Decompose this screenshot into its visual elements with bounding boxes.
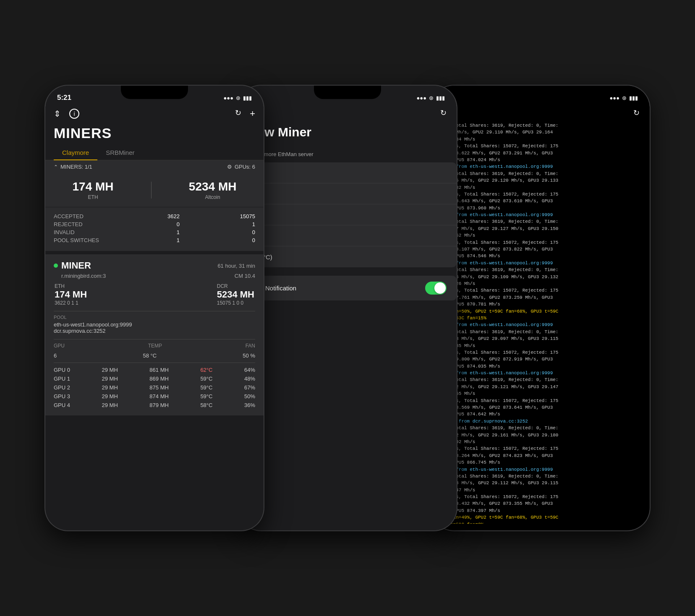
log-line: Mh/s, GPU5 874.397 Mh/s [436, 508, 645, 514]
gpu-1-fan: 48% [244, 376, 255, 382]
miner-meta: r.miningbird.com:3 CM 10.4 [54, 273, 255, 279]
signal-icon-3: ●●● [609, 95, 619, 101]
gpu-row-3: GPU 3 29 MH 874 MH 59°C 50% [54, 392, 255, 401]
gpu-summary-count: 6 [54, 352, 57, 359]
refresh-icon-2[interactable]: ↻ [440, 108, 447, 117]
miner-title-left: MINER [54, 260, 91, 271]
refresh-icon-3[interactable]: ↻ [633, 108, 640, 117]
pool-val-1: eth-us-west1.nanopool.org:9999 [54, 321, 255, 328]
miner-version: CM 10.4 [235, 273, 255, 279]
gpu-4-fan: 36% [244, 402, 255, 408]
log-line: GPU1 868.107 Mh/s, GPU2 873.822 Mh/s, GP… [436, 246, 645, 253]
hashrate-separator [151, 182, 152, 198]
toggle-knob [434, 282, 446, 294]
status-icons-1: ●●● ⊛ ▮▮▮ [223, 95, 252, 101]
gpus-count-label: GPUs: 6 [235, 164, 255, 170]
log-line: 05 28.892 Mh/s [436, 439, 645, 445]
log-line: Mh/s, GPU5 873.960 Mh/s [436, 205, 645, 211]
allow-notification-toggle[interactable] [425, 282, 447, 295]
wifi-icon-2: ⊛ [429, 95, 434, 101]
miner-eth-block: ETH 174 MH 3622 0 1 1 [55, 283, 87, 306]
form-row-interval[interactable]: ial) [238, 225, 457, 246]
log-line: 05 29.135 Mh/s [436, 343, 645, 349]
gpu-0-temp: 62°C [200, 367, 212, 373]
stats-section: ACCEPTED 3622 15075 REJECTED 0 1 INVALID… [45, 207, 264, 251]
gpu-0-fan: 64% [244, 367, 255, 373]
miner-uptime: 61 hour, 31 min [217, 263, 255, 269]
log-line: GPU5 t=59C fan=0% [436, 522, 645, 524]
log-line: GPU5 t=53C fan=15% [436, 315, 645, 321]
tab-srbminer[interactable]: SRBMiner [97, 146, 143, 160]
form-row-temp[interactable]: ture (°C) [238, 246, 457, 267]
gpu-2-temp: 59°C [200, 384, 212, 391]
phone-3-screen: ●●● ⊛ ▮▮▮ ↻ Mh/s, Total Shares: 3619, Re… [431, 86, 650, 530]
log-line: Mh/s, Total Shares: 3619, Rejected: 0, T… [436, 123, 645, 129]
battery-icon: ▮▮▮ [243, 95, 252, 101]
gpu-3-id: GPU 3 [54, 393, 70, 399]
log-line: GPU1 868.569 Mh/s, GPU2 873.641 Mh/s, GP… [436, 405, 645, 411]
log-line: 335 Mh/s, Total Shares: 15072, Rejected:… [436, 398, 645, 404]
log-line: Mh/s, GPU5 874.024 Mh/s [436, 157, 645, 163]
form-row-name[interactable] [238, 162, 457, 183]
log-line: 1 28.955 Mh/s, GPU2 29.120 Mh/s, GPU3 29… [436, 177, 645, 184]
tab-claymore[interactable]: Claymore [54, 146, 97, 160]
log-line: 640 Mh/s, Total Shares: 15072, Rejected:… [436, 446, 645, 452]
alt-hashrate-value: 5234 MH [189, 180, 237, 193]
wifi-icon-3: ⊛ [622, 95, 627, 101]
miner-name: MINER [61, 260, 91, 271]
tabs-container: Claymore SRBMiner [45, 146, 264, 160]
form-port-input[interactable] [316, 211, 447, 218]
newminer-screen: ●●● ⊛ ▮▮▮ Save ↻ New Miner a Claymore Et… [238, 86, 457, 530]
form-row-port[interactable]: 333) [238, 204, 457, 225]
nav-icons-left: ⇕ i [54, 109, 79, 119]
stats-label-accepted: ACCEPTED [54, 213, 104, 219]
gpu-row-2: GPU 2 29 MH 875 MH 59°C 67% [54, 383, 255, 392]
notch-1 [121, 86, 188, 99]
gpu-3-temp: 59°C [200, 393, 212, 399]
info-icon[interactable]: i [69, 109, 79, 119]
log-line: 1 28.942 Mh/s, GPU2 29.161 Mh/s, GPU3 29… [436, 432, 645, 439]
nav-bar-1: ⇕ i ↻ + [45, 107, 264, 123]
refresh-icon-1[interactable]: ↻ [235, 108, 241, 119]
gpu-4-altmh: 879 MH [149, 402, 169, 408]
log-line: GPU1 868.264 Mh/s, GPU2 874.823 Mh/s, GP… [436, 453, 645, 459]
miners-count-label: MINERS: 1/1 [60, 164, 92, 170]
gpu-3-altmh: 874 MH [149, 393, 169, 399]
phone-3: ●●● ⊛ ▮▮▮ ↻ Mh/s, Total Shares: 3619, Re… [431, 86, 650, 530]
newminer-title: New Miner [238, 121, 457, 148]
eth-hashrate-block: 174 MH ETH [73, 180, 114, 200]
gpu-section: GPU TEMP FAN 6 58 °C 50 % GPU 0 29 MH [54, 339, 255, 410]
miner-eth-val: 174 MH [55, 289, 87, 300]
log-line: Mh/s, Total Shares: 3619, Rejected: 0, T… [436, 329, 645, 335]
stats-row-pool-switches: POOL SWITCHES 1 0 [54, 237, 255, 243]
miners-info-bar: ⌃ MINERS: 1/1 ⚙ GPUs: 6 [45, 160, 264, 173]
gpu-header-temp: TEMP [148, 343, 162, 349]
log-line: 297 Mh/s, Total Shares: 15072, Rejected:… [436, 240, 645, 246]
stats-row-rejected: REJECTED 0 1 [54, 221, 255, 227]
stats-label-pool-switches: POOL SWITCHES [54, 237, 104, 243]
log-line: 1 28.937 Mh/s, GPU2 29.127 Mh/s, GPU3 29… [436, 226, 645, 232]
form-temp-input[interactable] [316, 253, 447, 261]
gpu-row-0: GPU 0 29 MH 861 MH 62°C 64% [54, 365, 255, 374]
log-line: Mh/s, GPU5 874.642 Mh/s [436, 411, 645, 418]
miner-dcr-coin: DCR [217, 283, 254, 289]
miner-dcr-val: 5234 MH [217, 289, 254, 300]
sliders-icon[interactable]: ⇕ [54, 109, 61, 119]
log-line: 189 Mh/s, Total Shares: 15072, Rejected:… [436, 191, 645, 198]
gpu-summary-row: 6 58 °C 50 % [54, 351, 255, 360]
log-line: =59C fan=50%, GPU2 t=59C fan=68%, GPU3 t… [436, 308, 645, 315]
miners-count: ⌃ MINERS: 1/1 [54, 164, 92, 170]
add-icon-1[interactable]: + [250, 108, 255, 119]
phone-2-screen: ●●● ⊛ ▮▮▮ Save ↻ New Miner a Claymore Et… [238, 86, 457, 530]
form-interval-input[interactable] [316, 232, 447, 239]
log-line: 05 29.132 Mh/s [436, 185, 645, 191]
miner-card: MINER 61 hour, 31 min r.miningbird.com:3… [45, 254, 264, 415]
form-row-address[interactable]: ress [238, 183, 457, 204]
gpu-1-temp: 59°C [200, 376, 212, 382]
log-line: Mh/s, Total Shares: 3619, Rejected: 0, T… [436, 219, 645, 225]
form-address-input[interactable] [316, 190, 447, 197]
page-title-1: MINERS [54, 125, 255, 141]
log-line: GPU1 867.761 Mh/s, GPU2 873.259 Mh/s, GP… [436, 295, 645, 301]
log-line: 05 29.152 Mh/s [436, 232, 645, 239]
eth-hashrate-unit: ETH [73, 194, 114, 200]
